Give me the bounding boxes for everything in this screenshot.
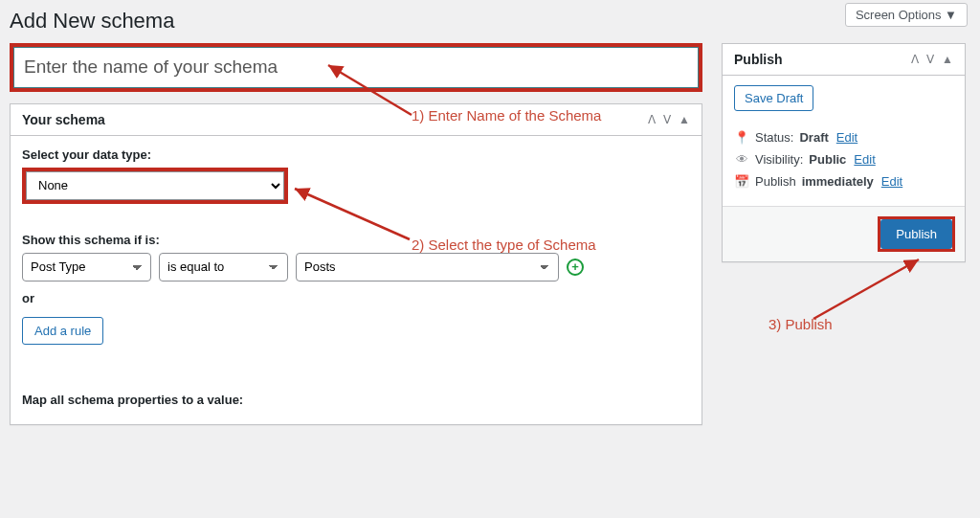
- rule-value-select[interactable]: Posts: [296, 253, 559, 282]
- panel-down-icon[interactable]: ᐯ: [926, 53, 934, 66]
- rule-operator-select[interactable]: is equal to: [159, 253, 288, 282]
- add-rule-button[interactable]: Add a rule: [22, 317, 103, 345]
- panel-up-icon[interactable]: ᐱ: [648, 113, 656, 126]
- panel-up-icon[interactable]: ᐱ: [911, 53, 919, 66]
- page-title: Add New schema: [0, 0, 980, 34]
- panel-down-icon[interactable]: ᐯ: [663, 113, 671, 126]
- panel-toggle-icon[interactable]: ▲: [679, 113, 690, 126]
- publish-highlight: Publish: [878, 216, 955, 252]
- publish-time-label: Publish: [755, 174, 796, 189]
- visibility-label: Visibility:: [755, 152, 803, 167]
- schema-name-input[interactable]: [13, 47, 699, 88]
- calendar-icon: 📅: [734, 174, 749, 189]
- save-draft-button[interactable]: Save Draft: [734, 85, 813, 111]
- publish-box: Publish ᐱ ᐯ ▲ Save Draft 📍 Status: Draft…: [722, 43, 966, 262]
- schema-name-highlight: [10, 43, 702, 92]
- publish-button[interactable]: Publish: [880, 219, 952, 249]
- your-schema-heading: Your schema: [22, 112, 105, 127]
- rule-field-select[interactable]: Post Type: [22, 253, 151, 282]
- visibility-edit-link[interactable]: Edit: [854, 152, 875, 167]
- pin-icon: 📍: [734, 130, 749, 145]
- status-value: Draft: [799, 130, 828, 145]
- panel-toggle-icon[interactable]: ▲: [942, 53, 953, 66]
- add-condition-icon[interactable]: +: [567, 259, 584, 276]
- data-type-select[interactable]: None: [26, 171, 284, 200]
- visibility-value: Public: [809, 152, 846, 167]
- publish-time-value: immediately: [802, 174, 874, 189]
- screen-options-button[interactable]: Screen Options ▼: [845, 3, 968, 27]
- publish-heading: Publish: [734, 52, 783, 67]
- status-edit-link[interactable]: Edit: [836, 130, 858, 145]
- map-properties-label: Map all schema properties to a value:: [22, 393, 690, 407]
- status-label: Status:: [755, 130, 793, 145]
- data-type-label: Select your data type:: [22, 147, 690, 162]
- show-if-label: Show this schema if is:: [22, 233, 690, 247]
- your-schema-box: Your schema ᐱ ᐯ ▲ Select your data type:…: [10, 103, 702, 425]
- or-label: or: [22, 291, 690, 305]
- data-type-highlight: None: [22, 168, 288, 204]
- rule-row: Post Type is equal to Posts +: [22, 253, 690, 282]
- publish-time-edit-link[interactable]: Edit: [881, 174, 902, 189]
- eye-icon: 👁: [734, 152, 749, 167]
